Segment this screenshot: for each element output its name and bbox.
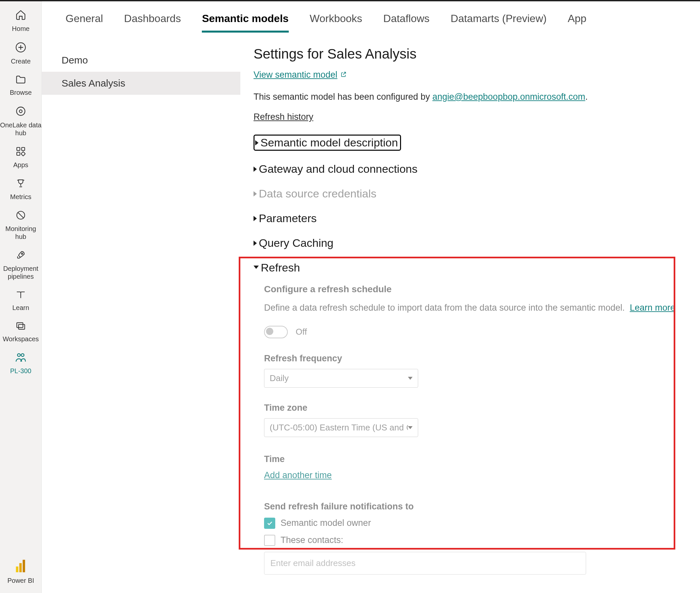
tab-workbooks[interactable]: Workbooks <box>310 12 362 33</box>
acc-label: Refresh <box>261 261 300 274</box>
nav-power-bi[interactable]: Power BI <box>0 556 41 593</box>
people-icon <box>15 352 26 364</box>
nav-label: Workspaces <box>3 335 39 343</box>
nav-label: Metrics <box>10 193 31 201</box>
svg-rect-13 <box>16 566 18 572</box>
list-item[interactable]: Demo <box>42 49 241 72</box>
refresh-heading: Configure a refresh schedule <box>264 284 690 294</box>
nav-monitoring[interactable]: Monitoring hub <box>0 207 41 246</box>
notify-contacts-input[interactable]: Enter email addresses <box>264 552 586 575</box>
acc-caching[interactable]: Query Caching <box>254 231 690 255</box>
main-area: General Dashboards Semantic models Workb… <box>42 1 700 593</box>
acc-label: Semantic model description <box>260 136 398 149</box>
schedule-toggle[interactable] <box>264 326 288 338</box>
svg-rect-6 <box>21 152 25 156</box>
tab-dashboards[interactable]: Dashboards <box>124 12 181 33</box>
chevron-right-icon <box>254 216 257 221</box>
svg-rect-4 <box>22 148 25 150</box>
apps-icon <box>15 146 26 158</box>
semantic-model-list: Demo Sales Analysis <box>42 33 241 593</box>
chevron-right-icon <box>254 241 257 246</box>
svg-point-12 <box>21 354 24 357</box>
tab-general[interactable]: General <box>66 12 103 33</box>
notify-heading: Send refresh failure notifications to <box>264 502 690 512</box>
acc-label: Parameters <box>259 212 317 225</box>
svg-point-1 <box>16 107 25 116</box>
nav-label: Apps <box>13 161 28 169</box>
tab-datamarts[interactable]: Datamarts (Preview) <box>451 12 547 33</box>
timezone-select[interactable]: (UTC-05:00) Eastern Time (US and Ca <box>264 418 418 437</box>
chevron-right-icon <box>254 191 257 196</box>
plus-circle-icon <box>15 42 26 54</box>
frequency-value: Daily <box>270 373 289 383</box>
tabs-bar: General Dashboards Semantic models Workb… <box>42 1 700 33</box>
configured-by-email-link[interactable]: angie@beepboopbop.onmicrosoft.com <box>432 92 585 102</box>
nav-label: Home <box>12 25 29 33</box>
settings-body: Settings for Sales Analysis View semanti… <box>241 33 700 593</box>
svg-rect-3 <box>17 148 20 150</box>
nav-home[interactable]: Home <box>0 6 41 39</box>
frequency-label: Refresh frequency <box>264 353 690 364</box>
tab-app[interactable]: App <box>568 12 586 33</box>
learn-more-link[interactable]: Learn more <box>630 303 675 313</box>
nav-learn[interactable]: Learn <box>0 286 41 318</box>
list-item[interactable]: Sales Analysis <box>42 72 241 95</box>
chevron-right-icon <box>254 166 257 172</box>
book-icon <box>15 289 26 301</box>
notify-owner-checkbox[interactable] <box>264 518 275 529</box>
chevron-right-icon <box>255 140 258 146</box>
tab-semantic-models[interactable]: Semantic models <box>202 12 288 33</box>
chevron-down-icon <box>408 426 412 429</box>
nav-deployment[interactable]: Deployment pipelines <box>0 246 41 286</box>
nav-label: Create <box>11 57 31 65</box>
time-label: Time <box>264 454 690 464</box>
nav-workspaces[interactable]: Workspaces <box>0 318 41 349</box>
trophy-icon <box>15 178 26 190</box>
add-time-link[interactable]: Add another time <box>264 470 332 480</box>
power-bi-logo-icon <box>16 560 26 574</box>
svg-point-11 <box>17 354 21 357</box>
grid-icon <box>15 106 26 118</box>
toggle-state: Off <box>296 327 307 337</box>
workspaces-icon <box>15 321 26 332</box>
acc-credentials: Data source credentials <box>254 181 690 206</box>
svg-point-8 <box>22 253 23 254</box>
svg-rect-5 <box>17 152 20 155</box>
home-icon <box>15 9 26 22</box>
link-text: View semantic model <box>254 70 337 80</box>
nav-onelake[interactable]: OneLake data hub <box>0 102 41 143</box>
nav-label: OneLake data hub <box>0 121 41 137</box>
nav-create[interactable]: Create <box>0 39 41 71</box>
external-link-icon <box>340 70 347 80</box>
refresh-history-link[interactable]: Refresh history <box>254 112 314 122</box>
tab-dataflows[interactable]: Dataflows <box>383 12 430 33</box>
acc-gateway[interactable]: Gateway and cloud connections <box>254 157 690 181</box>
acc-refresh[interactable]: Refresh <box>254 255 690 280</box>
svg-rect-14 <box>20 563 22 572</box>
timezone-value: (UTC-05:00) Eastern Time (US and Ca <box>270 423 408 433</box>
nav-pl300[interactable]: PL-300 <box>0 349 41 381</box>
svg-rect-15 <box>23 560 25 572</box>
nav-label: PL-300 <box>10 367 32 375</box>
no-icon <box>15 210 26 222</box>
nav-metrics[interactable]: Metrics <box>0 175 41 207</box>
notify-contacts-checkbox[interactable] <box>264 535 275 546</box>
refresh-desc: Define a data refresh schedule to import… <box>264 303 625 313</box>
frequency-select[interactable]: Daily <box>264 369 418 388</box>
acc-parameters[interactable]: Parameters <box>254 206 690 231</box>
configured-by-line: This semantic model has been configured … <box>254 92 690 102</box>
nav-label: Learn <box>12 304 29 312</box>
acc-description[interactable]: Semantic model description <box>254 129 690 157</box>
nav-apps[interactable]: Apps <box>0 143 41 175</box>
timezone-label: Time zone <box>264 403 690 413</box>
acc-label: Query Caching <box>259 237 334 249</box>
accordion: Semantic model description Gateway and c… <box>254 129 690 575</box>
svg-rect-9 <box>17 323 23 328</box>
nav-label: Monitoring hub <box>0 225 41 241</box>
nav-browse[interactable]: Browse <box>0 71 41 102</box>
nav-label: Browse <box>10 88 32 96</box>
page-title: Settings for Sales Analysis <box>254 46 690 62</box>
chevron-down-icon <box>254 266 259 269</box>
configured-by-prefix: This semantic model has been configured … <box>254 92 432 102</box>
view-semantic-model-link[interactable]: View semantic model <box>254 70 347 80</box>
